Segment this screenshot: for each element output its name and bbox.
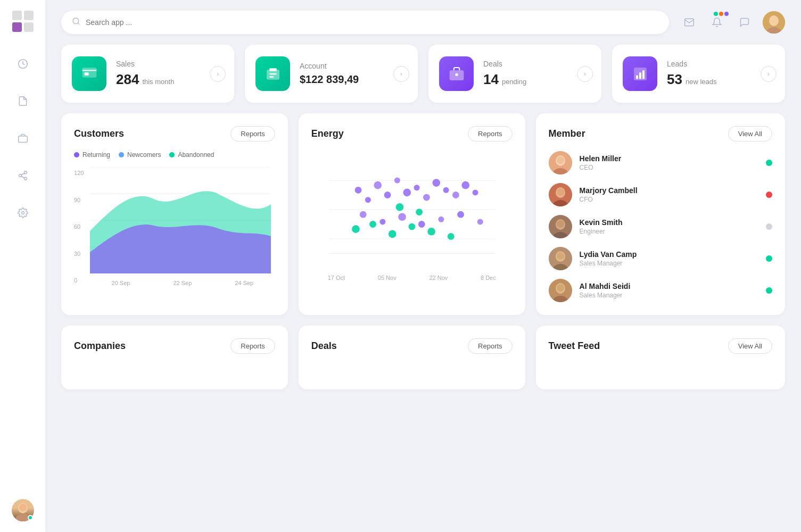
- svg-point-45: [452, 192, 459, 198]
- member-item-marjory: Marjory Cambell CFO: [549, 183, 772, 206]
- svg-point-46: [461, 181, 469, 189]
- helen-role: CEO: [580, 164, 758, 171]
- svg-line-6: [21, 173, 24, 174]
- sales-arrow-button[interactable]: ›: [210, 66, 226, 82]
- svg-rect-1: [18, 136, 27, 143]
- member-list: Helen Miller CEO: [549, 151, 772, 302]
- member-item-helen: Helen Miller CEO: [549, 151, 772, 174]
- svg-point-35: [354, 187, 361, 194]
- member-avatar-lydia: [549, 247, 572, 270]
- charts-row: Customers Reports Returning Newcomers Ab…: [61, 113, 785, 315]
- member-info-helen: Helen Miller CEO: [580, 154, 758, 171]
- legend-dot-abandoned: [169, 152, 175, 157]
- member-item-al: Al Mahdi Seidi Sales Manager: [549, 279, 772, 302]
- sidebar-user-avatar[interactable]: [12, 499, 34, 521]
- stat-cards-row: Sales 284 this month › Account: [61, 45, 785, 103]
- customers-chart-wrapper: 1209060300: [74, 167, 275, 286]
- deals-reports-button[interactable]: Reports: [468, 338, 513, 354]
- header-actions: [680, 11, 785, 34]
- sidebar-item-files[interactable]: [12, 90, 34, 112]
- customers-card: Customers Reports Returning Newcomers Ab…: [61, 113, 288, 315]
- notification-dot-orange: [719, 12, 723, 16]
- companies-reports-button[interactable]: Reports: [230, 338, 275, 354]
- notifications-icon[interactable]: [707, 13, 726, 32]
- member-avatar-marjory: [549, 183, 572, 206]
- lydia-role: Sales Manager: [580, 260, 758, 267]
- svg-point-56: [369, 221, 376, 228]
- member-avatar-kevin: [549, 215, 572, 238]
- main-content: Sales 284 this month › Account: [45, 0, 801, 532]
- marjory-name: Marjory Cambell: [580, 186, 758, 195]
- member-view-all-button[interactable]: View All: [728, 126, 772, 142]
- svg-point-43: [432, 179, 440, 187]
- leads-arrow-button[interactable]: ›: [761, 66, 777, 82]
- tweet-feed-card: Tweet Feed View All: [536, 326, 785, 389]
- notification-dot-purple: [724, 12, 729, 16]
- companies-card: Companies Reports: [61, 326, 288, 389]
- svg-rect-16: [82, 68, 96, 78]
- svg-point-61: [395, 203, 403, 211]
- svg-rect-18: [267, 70, 279, 80]
- svg-point-57: [389, 230, 397, 238]
- tweet-feed-view-all-button[interactable]: View All: [728, 338, 772, 354]
- member-avatar-helen: [549, 151, 572, 174]
- leads-icon-box: [623, 56, 657, 91]
- account-number: $122 839,49: [300, 73, 359, 86]
- svg-point-36: [365, 197, 371, 203]
- mail-icon[interactable]: [680, 13, 699, 32]
- svg-point-83: [557, 284, 564, 292]
- legend-returning: Returning: [74, 151, 110, 159]
- sidebar-item-briefcase[interactable]: [12, 128, 34, 149]
- svg-point-3: [19, 174, 21, 177]
- stat-card-account: Account $122 839,49 ›: [245, 45, 418, 103]
- svg-point-10: [19, 504, 27, 511]
- member-info-kevin: Kevin Smith Engineer: [580, 218, 758, 235]
- al-status-dot: [766, 287, 772, 294]
- leads-sub: new leads: [686, 78, 717, 86]
- legend-abandoned: Abandonned: [169, 151, 214, 159]
- svg-line-12: [78, 23, 79, 24]
- energy-reports-button[interactable]: Reports: [468, 126, 513, 142]
- energy-scatter-chart: [311, 151, 513, 268]
- account-arrow-button[interactable]: ›: [393, 66, 409, 82]
- sidebar-item-clock[interactable]: [12, 53, 34, 74]
- legend-dot-returning: [74, 152, 79, 157]
- header-user-avatar[interactable]: [763, 11, 785, 34]
- svg-point-42: [423, 194, 430, 201]
- kevin-role: Engineer: [580, 228, 758, 235]
- member-info-marjory: Marjory Cambell CFO: [580, 186, 758, 203]
- deals-card-header: Deals Reports: [311, 338, 513, 354]
- leads-stat-text: Leads 53 new leads: [667, 60, 774, 88]
- svg-point-44: [443, 187, 449, 193]
- sidebar-item-links[interactable]: [12, 165, 34, 186]
- svg-rect-24: [636, 75, 638, 79]
- svg-point-22: [455, 73, 458, 76]
- sidebar-item-settings[interactable]: [12, 202, 34, 223]
- search-input[interactable]: [86, 18, 658, 27]
- svg-point-53: [457, 211, 464, 218]
- kevin-status-dot: [766, 223, 772, 230]
- deals-label: Deals: [483, 60, 591, 68]
- customers-reports-button[interactable]: Reports: [230, 126, 275, 142]
- sales-sub: this month: [142, 78, 174, 86]
- svg-point-50: [398, 213, 406, 221]
- deals-icon-box: [439, 56, 474, 91]
- customers-area-chart: [90, 167, 271, 273]
- messages-icon[interactable]: [735, 13, 754, 32]
- deals-arrow-button[interactable]: ›: [577, 66, 593, 82]
- search-bar[interactable]: [61, 11, 669, 34]
- account-stat-text: Account $122 839,49: [300, 62, 407, 86]
- member-info-lydia: Lydia Van Camp Sales Manager: [580, 250, 758, 267]
- customers-x-axis: 20 Sep22 Sep24 Sep: [90, 280, 275, 286]
- deals-stat-text: Deals 14 pending: [483, 60, 591, 88]
- deals-sub: pending: [502, 78, 526, 86]
- header: [61, 11, 785, 34]
- lydia-name: Lydia Van Camp: [580, 250, 758, 259]
- svg-point-4: [24, 177, 27, 180]
- sales-number: 284: [116, 71, 139, 88]
- member-item-kevin: Kevin Smith Engineer: [549, 215, 772, 238]
- member-card-header: Member View All: [549, 126, 772, 142]
- legend-dot-newcomers: [119, 152, 124, 157]
- notification-dot-teal: [714, 12, 718, 16]
- svg-point-48: [360, 211, 367, 218]
